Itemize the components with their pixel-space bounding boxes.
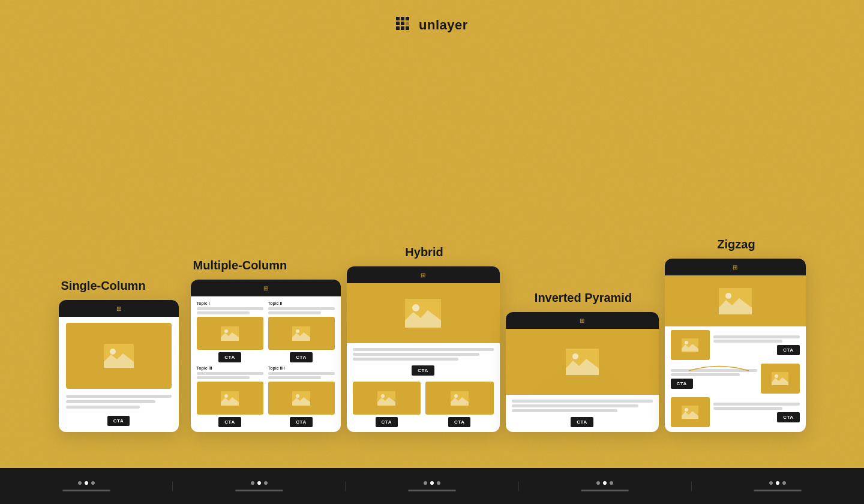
cta-zigzag-2[interactable]: CTA: [671, 379, 693, 389]
header-icon-multiple: ⊞: [263, 285, 268, 292]
dot-7: [424, 481, 427, 485]
card-label-zigzag: Zigzag: [665, 238, 806, 251]
card-mockup-single: ⊞ CTA: [59, 300, 179, 432]
dot-4: [251, 481, 254, 485]
svg-point-37: [685, 408, 688, 412]
card-label-multiple: Multiple-Column: [191, 259, 287, 272]
dot-11: [603, 481, 607, 485]
dots-zigzag: [769, 481, 786, 485]
logo-area: unlayer: [0, 0, 864, 34]
bottom-section-4: [519, 481, 692, 491]
svg-point-18: [296, 394, 299, 398]
card-mockup-multiple: ⊞ Topic I: [191, 280, 341, 432]
dot-14: [776, 481, 779, 485]
header-icon-single: ⊞: [116, 305, 121, 312]
svg-rect-3: [396, 22, 400, 25]
card-inverted-pyramid: Inverted Pyramid ⊞: [506, 291, 659, 432]
card-label-single-column: Single-Column: [59, 279, 146, 293]
bottom-line-1: [62, 490, 110, 491]
cta-hybrid-bl[interactable]: CTA: [376, 417, 398, 427]
logo-text: unlayer: [419, 17, 468, 33]
main-image-single: [66, 323, 172, 389]
cta-zigzag-1[interactable]: CTA: [777, 345, 799, 355]
dot-12: [610, 481, 613, 485]
svg-rect-5: [396, 26, 400, 30]
svg-point-12: [224, 329, 228, 333]
header-icon-zigzag: ⊞: [733, 264, 737, 271]
topic1-label: Topic I: [197, 301, 263, 305]
svg-point-24: [454, 394, 458, 398]
cta-multi-2[interactable]: CTA: [290, 352, 312, 362]
bottom-line-3: [408, 490, 456, 491]
cta-multi-1[interactable]: CTA: [218, 352, 241, 362]
svg-point-29: [572, 353, 578, 359]
cta-pyramid[interactable]: CTA: [571, 417, 593, 427]
svg-point-20: [412, 304, 419, 311]
dot-5: [257, 481, 261, 485]
header-icon-pyramid: ⊞: [580, 317, 584, 324]
dot-10: [596, 481, 600, 485]
bottom-line-2: [235, 490, 283, 491]
card-label-pyramid: Inverted Pyramid: [506, 291, 659, 305]
bottom-line-4: [581, 490, 629, 491]
svg-rect-6: [401, 26, 404, 30]
cta-single[interactable]: CTA: [107, 416, 130, 426]
svg-rect-0: [396, 17, 400, 20]
card-single-column: Single-Column ⊞: [59, 279, 179, 432]
bottom-section-2: [173, 481, 346, 491]
svg-point-10: [110, 349, 116, 355]
card-header-single: ⊞: [59, 300, 179, 317]
dot-8: [430, 481, 434, 485]
topic3-label: Topic III: [197, 366, 263, 370]
svg-rect-2: [406, 17, 409, 20]
card-header-pyramid: ⊞: [506, 312, 659, 329]
dot-15: [782, 481, 786, 485]
cta-zigzag-3[interactable]: CTA: [777, 412, 799, 422]
svg-line-26: [506, 359, 530, 395]
bottom-section-5: [692, 481, 864, 491]
topic2-label: Topic II: [268, 301, 335, 305]
dot-13: [769, 481, 773, 485]
bottom-section-3: [346, 481, 518, 491]
dot-6: [264, 481, 268, 485]
svg-rect-8: [406, 22, 409, 25]
header-icon-hybrid: ⊞: [421, 272, 425, 278]
cta-multi-4[interactable]: CTA: [290, 417, 312, 427]
card-mockup-hybrid: ⊞ CTA: [347, 266, 500, 432]
bottom-bar: [0, 468, 864, 504]
svg-rect-1: [401, 17, 404, 20]
card-mockup-pyramid: ⊞: [506, 312, 659, 432]
card-zigzag: Zigzag ⊞: [665, 238, 806, 432]
cta-multi-3[interactable]: CTA: [218, 417, 241, 427]
svg-point-35: [775, 374, 778, 378]
svg-point-33: [685, 341, 688, 344]
card-header-zigzag: ⊞: [665, 259, 806, 275]
card-mockup-zigzag: ⊞: [665, 259, 806, 432]
cta-hybrid-br[interactable]: CTA: [448, 417, 470, 427]
card-header-multiple: ⊞: [191, 280, 341, 296]
card-hybrid: Hybrid ⊞: [347, 245, 500, 432]
cards-container: Single-Column ⊞: [0, 144, 864, 468]
logo-icon: [396, 17, 413, 34]
dot-3: [91, 481, 95, 485]
dots-pyramid: [596, 481, 613, 485]
svg-point-22: [381, 394, 385, 398]
dots-hybrid: [424, 481, 440, 485]
card-header-hybrid: ⊞: [347, 266, 500, 283]
dot-1: [78, 481, 82, 485]
dots-multiple: [251, 481, 268, 485]
svg-rect-4: [401, 22, 404, 25]
topic4-label: Topic IIII: [268, 366, 335, 370]
dot-9: [437, 481, 440, 485]
card-label-hybrid: Hybrid: [347, 245, 500, 259]
svg-line-27: [635, 359, 659, 395]
dot-2: [85, 481, 88, 485]
card-multiple-column: Multiple-Column ⊞ Topic I: [191, 259, 341, 432]
bottom-section-1: [0, 481, 173, 491]
svg-point-16: [224, 394, 228, 398]
svg-point-14: [296, 329, 299, 333]
bottom-line-5: [754, 490, 802, 491]
cta-hybrid-top[interactable]: CTA: [412, 365, 434, 376]
svg-point-31: [725, 293, 731, 299]
dots-single: [78, 481, 95, 485]
